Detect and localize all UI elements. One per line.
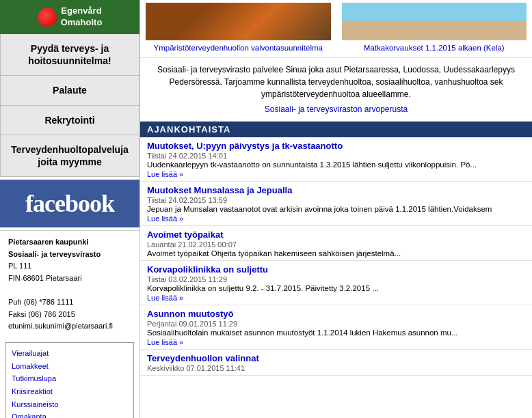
- link-omakanta[interactable]: Omakanta: [12, 410, 128, 418]
- banner-line1: Egenvård: [61, 5, 103, 17]
- food-image: [146, 3, 331, 40]
- link-vierailuajat[interactable]: Vierailuajat: [12, 347, 128, 360]
- news-date-5: Perjantai 09.01.2015 11:29: [147, 320, 525, 328]
- sidebar-links: Vierailuajat Lomakkeet Tutkimuslupa Krii…: [5, 342, 134, 418]
- image-item-1: Ympäristöterveydenhuollon valvontasuunni…: [140, 0, 336, 57]
- apple-icon: [38, 8, 57, 27]
- link-tutkimuslupa[interactable]: Tutkimuslupa: [12, 372, 128, 385]
- banner-line2: Omahoito: [61, 17, 103, 29]
- health-plan-button[interactable]: Pyydä terveys- ja hoitosuunnitelma!: [0, 34, 139, 76]
- image-item-2: Matkakorvaukset 1.1.2015 alkaen (Kela): [336, 0, 533, 57]
- news-desc-5: Sosiaalihuoltolain mukaiset asunnon muut…: [147, 329, 525, 337]
- news-date-4: Tiistai 03.02.2015 11:29: [147, 275, 525, 283]
- po-box: PL 111: [8, 262, 31, 270]
- news-date-1: Tiistai 24.02.2015 14:01: [147, 152, 525, 160]
- sidebar: Egenvård Omahoito Pyydä terveys- ja hoit…: [0, 0, 140, 418]
- news-title-4[interactable]: Korvapoliklinikka on suljettu: [147, 264, 525, 275]
- news-date-2: Tiistai 24.02.2015 13:59: [147, 196, 525, 204]
- facebook-label: facebook: [25, 189, 114, 218]
- news-more-5[interactable]: Lue lisää »: [147, 338, 183, 346]
- values-link[interactable]: Sosiaali- ja terveysviraston arvoperusta: [151, 103, 521, 115]
- services-button[interactable]: Terveydenhuoltopalveluja joita myymme: [0, 135, 139, 177]
- news-item-1: Muutokset, U:pyyn päivystys ja tk-vastaa…: [140, 137, 532, 182]
- news-item-2: Muutokset Munsalassa ja Jepualla Tiistai…: [140, 182, 532, 226]
- news-more-1[interactable]: Lue lisää »: [147, 170, 183, 178]
- news-header: AJANKOHTAISTA: [140, 122, 532, 137]
- news-desc-1: Uudenkaarlepyyn tk-vastaanotto on sunnun…: [147, 161, 525, 169]
- feedback-button[interactable]: Palaute: [0, 76, 139, 105]
- email: etunimi.sukunimi@pietarsaari.fi: [8, 322, 113, 330]
- news-desc-2: Jepuan ja Munsalan vastaanotot ovat arki…: [147, 205, 525, 213]
- news-desc-3: Avoimet työpaikat Ohjeita työpaikan hake…: [147, 249, 525, 257]
- travel-comp-link[interactable]: Matkakorvaukset 1.1.2015 alkaen (Kela): [342, 43, 527, 53]
- org2: Sosiaali- ja terveysvirasto: [8, 250, 101, 258]
- facebook-box[interactable]: facebook: [0, 180, 139, 227]
- link-lomakkeet[interactable]: Lomakkeet: [12, 360, 128, 373]
- env-plan-link[interactable]: Ympäristöterveydenhuollon valvontasuunni…: [146, 43, 331, 53]
- news-title-5[interactable]: Asunnon muutostyö: [147, 309, 525, 319]
- news-title-1[interactable]: Muutokset, U:pyyn päivystys ja tk-vastaa…: [147, 141, 525, 151]
- banner: Egenvård Omahoito: [0, 0, 139, 34]
- fax: Faksi (06) 786 2015: [8, 310, 75, 318]
- news-item-6: Terveydenhuollon valinnat Keskiviikko 07…: [140, 350, 532, 376]
- news-item-4: Korvapoliklinikka on suljettu Tiistai 03…: [140, 261, 532, 305]
- description-block: Sosiaali- ja terveysvirasto palvelee Sin…: [140, 58, 532, 122]
- news-desc-4: Korvapoliklinikka on suljettu 9.2. - 31.…: [147, 284, 525, 292]
- link-kurssiaineisto[interactable]: Kurssiaineisto: [12, 398, 128, 411]
- beach-image: [342, 3, 527, 40]
- news-date-3: Lauantai 21.02.2015 00:07: [147, 240, 525, 249]
- description-text: Sosiaali- ja terveysvirasto palvelee Sin…: [157, 65, 515, 99]
- news-title-3[interactable]: Avoimet työpaikat: [147, 229, 525, 240]
- news-more-2[interactable]: Lue lisää »: [147, 214, 183, 223]
- phone: Puh (06) *786 1111: [8, 298, 73, 306]
- news-item-5: Asunnon muutostyö Perjantai 09.01.2015 1…: [140, 305, 532, 350]
- recruitment-button[interactable]: Rekrytointi: [0, 106, 139, 135]
- news-title-6[interactable]: Terveydenhuollon valinnat: [147, 353, 525, 363]
- news-more-4[interactable]: Lue lisää »: [147, 294, 183, 302]
- news-item-3: Avoimet työpaikat Lauantai 21.02.2015 00…: [140, 226, 532, 261]
- address-block: Pietarsaaren kaupunki Sosiaali- ja terve…: [0, 230, 139, 338]
- postal-code: FIN-68601 Pietarsaari: [8, 274, 82, 282]
- main-content: Ympäristöterveydenhuollon valvontasuunni…: [140, 0, 532, 418]
- top-images: Ympäristöterveydenhuollon valvontasuunni…: [140, 0, 532, 58]
- news-title-2[interactable]: Muutokset Munsalassa ja Jepualla: [147, 185, 525, 195]
- banner-text: Egenvård Omahoito: [61, 5, 103, 29]
- news-list: Muutokset, U:pyyn päivystys ja tk-vastaa…: [140, 137, 532, 376]
- news-section: AJANKOHTAISTA Muutokset, U:pyyn päivysty…: [140, 122, 532, 418]
- link-kriisireaktiot[interactable]: Kriisireaktiot: [12, 385, 128, 398]
- news-date-6: Keskiviikko 07.01.2015 11:41: [147, 364, 525, 372]
- org1: Pietarsaaren kaupunki: [8, 238, 88, 246]
